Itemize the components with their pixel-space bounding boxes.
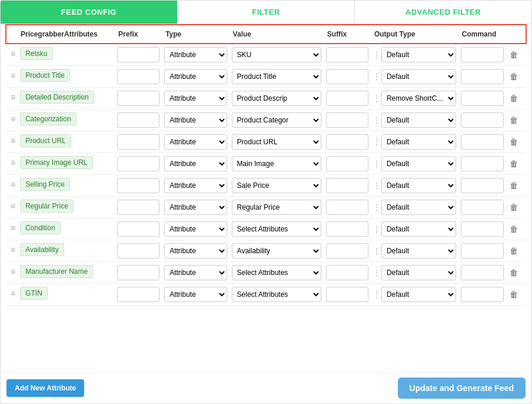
type-select[interactable]: Attribute Static Value Function	[164, 47, 227, 62]
delete-row-button[interactable]: 🗑	[508, 201, 519, 213]
prefix-input[interactable]	[117, 178, 159, 193]
type-select[interactable]: Attribute Static Value Function	[164, 243, 227, 259]
drag-handle-icon[interactable]: ≡	[8, 49, 18, 58]
suffix-input[interactable]	[326, 156, 368, 171]
delete-row-button[interactable]: 🗑	[508, 136, 519, 148]
delete-row-button[interactable]: 🗑	[508, 114, 519, 126]
drag-handle-icon[interactable]: ≡	[8, 92, 18, 102]
command-input[interactable]	[461, 243, 504, 259]
value-select[interactable]: Product Descrip	[232, 91, 321, 106]
suffix-input[interactable]	[326, 178, 368, 193]
tab-feed-config[interactable]: FEED CONFIG	[1, 1, 178, 24]
drag-handle-icon[interactable]: ≡	[8, 201, 18, 211]
type-select[interactable]: Attribute Static Value Function	[164, 265, 227, 280]
output-type-select[interactable]: Default Default Remove ShortC...	[381, 243, 456, 259]
command-input[interactable]	[461, 134, 504, 150]
suffix-input[interactable]	[326, 287, 368, 302]
delete-row-button[interactable]: 🗑	[508, 158, 519, 170]
drag-handle-icon[interactable]: ≡	[8, 180, 18, 189]
suffix-input[interactable]	[326, 69, 368, 84]
suffix-input[interactable]	[326, 243, 368, 259]
drag-handle-icon[interactable]: ≡	[8, 267, 18, 276]
drag-handle-icon[interactable]: ≡	[8, 289, 18, 298]
value-select[interactable]: Product URL	[232, 134, 321, 150]
suffix-input[interactable]	[326, 47, 368, 62]
output-type-select[interactable]: Default Default Remove ShortC...	[381, 221, 456, 237]
command-input[interactable]	[461, 221, 504, 237]
prefix-input[interactable]	[117, 47, 159, 62]
suffix-input[interactable]	[326, 134, 368, 150]
delete-row-button[interactable]: 🗑	[508, 267, 519, 279]
tab-advanced-filter[interactable]: ADVANCED FILTER	[355, 1, 531, 24]
add-new-attribute-button[interactable]: Add New Attribute	[6, 379, 84, 397]
suffix-input[interactable]	[326, 91, 368, 106]
delete-row-button[interactable]: 🗑	[508, 289, 519, 300]
command-input[interactable]	[461, 156, 504, 171]
drag-handle-icon[interactable]: ≡	[8, 223, 18, 233]
type-select[interactable]: Attribute Static Value Function	[164, 287, 227, 302]
delete-row-button[interactable]: 🗑	[508, 71, 519, 82]
type-select[interactable]: Attribute Static Value Function	[164, 200, 227, 215]
type-select[interactable]: Attribute Static Value Function	[164, 112, 227, 128]
value-select[interactable]: Select Attributes	[232, 287, 321, 302]
update-generate-feed-button[interactable]: Update and Generate Feed	[398, 377, 526, 399]
drag-handle-icon[interactable]: ≡	[8, 71, 18, 80]
suffix-input[interactable]	[326, 200, 368, 215]
suffix-input[interactable]	[326, 221, 368, 237]
command-input[interactable]	[461, 265, 504, 280]
prefix-input[interactable]	[117, 69, 159, 84]
value-select[interactable]: Regular Price	[232, 200, 321, 215]
value-select[interactable]: Product Title	[232, 69, 321, 84]
prefix-input[interactable]	[117, 156, 159, 171]
prefix-input[interactable]	[117, 91, 159, 106]
type-select[interactable]: Attribute Static Value Function	[164, 134, 227, 150]
delete-row-button[interactable]: 🗑	[508, 245, 519, 257]
value-select[interactable]: Select Attributes	[232, 221, 321, 237]
value-select[interactable]: Sale Price	[232, 178, 321, 193]
delete-row-button[interactable]: 🗑	[508, 49, 519, 61]
delete-row-button[interactable]: 🗑	[508, 223, 519, 235]
suffix-input[interactable]	[326, 265, 368, 280]
prefix-input[interactable]	[117, 287, 159, 302]
type-select[interactable]: Attribute Static Value Function	[164, 178, 227, 193]
drag-handle-icon[interactable]: ≡	[8, 245, 18, 254]
type-select[interactable]: Attribute Static Value Function	[164, 69, 227, 84]
command-input[interactable]	[461, 200, 504, 215]
output-type-select[interactable]: Default Default Remove ShortC...	[381, 134, 456, 150]
type-select[interactable]: Attribute Static Value Function	[164, 221, 227, 237]
output-type-select[interactable]: Default Default Remove ShortC...	[381, 47, 456, 62]
suffix-input[interactable]	[326, 112, 368, 128]
command-input[interactable]	[461, 47, 504, 62]
drag-handle-icon[interactable]: ≡	[8, 136, 18, 145]
drag-handle-icon[interactable]: ≡	[8, 114, 18, 124]
output-type-select[interactable]: Remove ShortC... Default Remove ShortC..…	[381, 91, 456, 106]
command-input[interactable]	[461, 287, 504, 302]
output-type-select[interactable]: Default Default Remove ShortC...	[381, 156, 456, 171]
output-type-select[interactable]: Default Default Remove ShortC...	[381, 178, 456, 193]
type-select[interactable]: Attribute Static Value Function	[164, 91, 227, 106]
type-select[interactable]: Attribute Static Value Function	[164, 156, 227, 171]
command-input[interactable]	[461, 91, 504, 106]
command-input[interactable]	[461, 178, 504, 193]
output-type-select[interactable]: Default Default Remove ShortC...	[381, 265, 456, 280]
value-select[interactable]: Product Categor	[232, 112, 321, 128]
prefix-input[interactable]	[117, 243, 159, 259]
prefix-input[interactable]	[117, 112, 159, 128]
prefix-input[interactable]	[117, 221, 159, 237]
tab-filter[interactable]: FILTER	[178, 1, 355, 24]
delete-row-button[interactable]: 🗑	[508, 180, 519, 191]
drag-handle-icon[interactable]: ≡	[8, 158, 18, 167]
command-input[interactable]	[461, 112, 504, 128]
value-select[interactable]: SKU	[232, 47, 321, 62]
value-select[interactable]: Availability	[232, 243, 321, 259]
output-type-select[interactable]: Default Default Remove ShortC...	[381, 287, 456, 302]
prefix-input[interactable]	[117, 134, 159, 150]
delete-row-button[interactable]: 🗑	[508, 92, 519, 104]
prefix-input[interactable]	[117, 200, 159, 215]
command-input[interactable]	[461, 69, 504, 84]
value-select[interactable]: Main Image	[232, 156, 321, 171]
output-type-select[interactable]: Default Default Remove ShortC...	[381, 112, 456, 128]
output-type-select[interactable]: Default Default Remove ShortC...	[381, 200, 456, 215]
output-type-select[interactable]: Default Default Remove ShortC...	[381, 69, 456, 84]
value-select[interactable]: Select Attributes	[232, 265, 321, 280]
